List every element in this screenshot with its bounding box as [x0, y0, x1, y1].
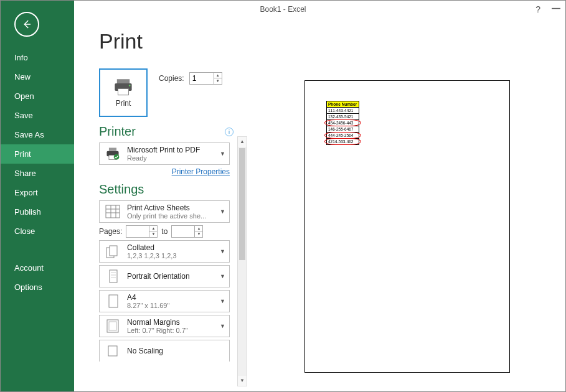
copies-label: Copies:: [159, 74, 184, 83]
settings-heading: Settings: [99, 182, 144, 197]
scaling-select[interactable]: No Scaling: [99, 340, 230, 362]
copies-down[interactable]: ▼: [214, 78, 222, 84]
print-button[interactable]: Print: [99, 68, 148, 117]
svg-rect-0: [117, 79, 130, 83]
pages-from[interactable]: ▲▼: [126, 225, 158, 238]
sidebar-item-info[interactable]: Info: [1, 48, 74, 67]
svg-rect-15: [110, 270, 117, 282]
svg-rect-8: [106, 205, 120, 218]
orientation-select[interactable]: Portrait Orientation ▼: [99, 265, 230, 287]
preview-page: Phone Number 111-443-4421132-435-5421454…: [304, 80, 510, 373]
svg-rect-14: [110, 246, 117, 256]
sidebar-item-export[interactable]: Export: [1, 183, 74, 202]
paper-select[interactable]: A48.27" x 11.69" ▼: [99, 290, 230, 312]
preview-column: Phone Number 111-443-4421132-435-5421454…: [248, 18, 565, 391]
table-cell: 4214-533-462: [327, 139, 359, 145]
svg-rect-21: [109, 322, 116, 330]
print-button-label: Print: [116, 99, 131, 108]
collate-select[interactable]: Collated1,2,3 1,2,3 1,2,3 ▼: [99, 240, 230, 263]
pages-to[interactable]: ▲▼: [171, 225, 203, 238]
sidebar-item-publish[interactable]: Publish: [1, 202, 74, 222]
copies-spinner[interactable]: ▲ ▼: [189, 72, 222, 85]
scroll-down[interactable]: ▼: [238, 376, 247, 386]
page-title: Print: [99, 29, 248, 54]
sidebar-item-close[interactable]: Close: [1, 222, 74, 241]
preview-header: Phone Number: [327, 101, 359, 108]
sidebar-item-open[interactable]: Open: [1, 86, 74, 106]
sidebar-item-save-as[interactable]: Save As: [1, 125, 74, 144]
copies-up[interactable]: ▲: [214, 73, 222, 78]
pages-label: Pages:: [99, 227, 122, 236]
scroll-thumb[interactable]: [239, 148, 245, 260]
copies-input[interactable]: [189, 72, 214, 85]
table-cell: 132-435-5421: [327, 114, 359, 120]
svg-rect-2: [118, 89, 129, 95]
back-button[interactable]: [14, 12, 39, 37]
sidebar-item-print[interactable]: Print: [1, 144, 74, 164]
table-cell: 111-443-4421: [327, 108, 359, 114]
chevron-down-icon: ▼: [220, 151, 225, 157]
printer-status: Ready: [127, 154, 215, 162]
portrait-icon: [103, 268, 122, 284]
sidebar-item-new[interactable]: New: [1, 67, 74, 86]
printer-icon: [113, 78, 134, 96]
backstage-sidebar: InfoNewOpenSaveSave AsPrintShareExportPu…: [1, 1, 74, 391]
print-what-select[interactable]: Print Active Sheets Only print the activ…: [99, 200, 230, 223]
page-icon: [103, 293, 122, 309]
table-cell: 444-245-2564: [327, 133, 359, 139]
svg-rect-5: [109, 147, 116, 151]
pages-to-label: to: [161, 227, 167, 236]
svg-point-3: [129, 85, 131, 86]
table-cell: 454-2456-443: [327, 120, 359, 126]
margins-select[interactable]: Normal MarginsLeft: 0.7" Right: 0.7" ▼: [99, 315, 230, 337]
sidebar-item-save[interactable]: Save: [1, 106, 74, 125]
preview-table: Phone Number 111-443-4421132-435-5421454…: [326, 101, 359, 145]
sidebar-item-account[interactable]: Account: [1, 258, 74, 278]
printer-name: Microsoft Print to PDF: [127, 146, 215, 154]
sidebar-item-share[interactable]: Share: [1, 164, 74, 183]
window-title: Book1 - Excel: [260, 5, 306, 14]
settings-scrollbar[interactable]: ▲ ▼: [237, 136, 247, 386]
sidebar-item-options[interactable]: Options: [1, 278, 74, 297]
arrow-left-icon: [21, 19, 32, 30]
printer-info-icon[interactable]: i: [225, 128, 233, 136]
printer-heading: Printer: [99, 124, 136, 139]
scaling-icon: [103, 343, 122, 359]
help-icon[interactable]: ?: [535, 4, 540, 14]
minimize-icon[interactable]: —: [552, 3, 560, 13]
printer-device-icon: [103, 146, 122, 162]
table-cell: 146-255-6467: [327, 126, 359, 133]
main-area: Print Print Copies: ▲ ▼: [74, 18, 565, 391]
printer-select[interactable]: Microsoft Print to PDF Ready ▼: [99, 142, 230, 165]
scroll-up[interactable]: ▲: [238, 137, 247, 147]
titlebar: Book1 - Excel ? —: [1, 1, 565, 18]
margins-icon: [103, 318, 122, 334]
svg-rect-22: [108, 346, 117, 356]
svg-rect-19: [109, 295, 118, 307]
sheets-icon: [103, 203, 122, 220]
collate-icon: [103, 243, 122, 259]
settings-column: Print Print Copies: ▲ ▼: [74, 18, 248, 391]
printer-properties-link[interactable]: Printer Properties: [99, 167, 230, 176]
